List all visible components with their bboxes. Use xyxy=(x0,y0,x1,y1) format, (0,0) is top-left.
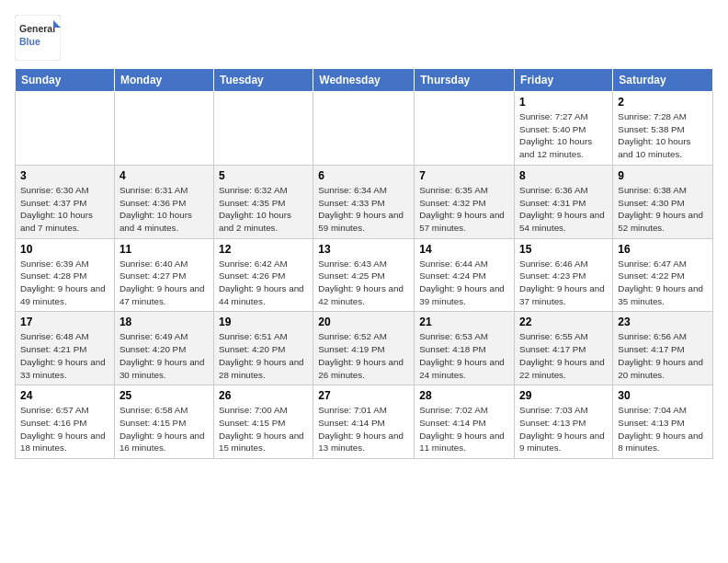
day-info: Sunrise: 7:03 AM Sunset: 4:13 PM Dayligh… xyxy=(519,404,608,454)
day-cell: 13Sunrise: 6:43 AM Sunset: 4:25 PM Dayli… xyxy=(313,238,415,312)
logo-svg: General Blue xyxy=(15,15,61,61)
day-cell: 26Sunrise: 7:00 AM Sunset: 4:15 PM Dayli… xyxy=(213,385,313,459)
day-number: 26 xyxy=(219,389,308,402)
day-cell: 30Sunrise: 7:04 AM Sunset: 4:13 PM Dayli… xyxy=(613,385,713,459)
day-cell xyxy=(16,92,115,166)
day-info: Sunrise: 7:02 AM Sunset: 4:14 PM Dayligh… xyxy=(419,404,509,454)
day-info: Sunrise: 6:31 AM Sunset: 4:36 PM Dayligh… xyxy=(119,184,209,235)
day-info: Sunrise: 6:36 AM Sunset: 4:31 PM Dayligh… xyxy=(519,184,608,235)
day-cell: 6Sunrise: 6:34 AM Sunset: 4:33 PM Daylig… xyxy=(313,165,415,238)
header-cell-friday: Friday xyxy=(515,69,613,92)
header-row: SundayMondayTuesdayWednesdayThursdayFrid… xyxy=(16,69,713,92)
day-info: Sunrise: 6:30 AM Sunset: 4:37 PM Dayligh… xyxy=(20,184,109,235)
day-number: 2 xyxy=(618,96,708,109)
day-number: 15 xyxy=(519,243,608,256)
week-row-5: 24Sunrise: 6:57 AM Sunset: 4:16 PM Dayli… xyxy=(16,385,713,459)
calendar-table: SundayMondayTuesdayWednesdayThursdayFrid… xyxy=(15,68,713,459)
day-number: 25 xyxy=(119,389,209,402)
day-cell: 17Sunrise: 6:48 AM Sunset: 4:21 PM Dayli… xyxy=(16,312,115,385)
header-cell-sunday: Sunday xyxy=(16,69,115,92)
day-info: Sunrise: 6:53 AM Sunset: 4:18 PM Dayligh… xyxy=(419,330,509,381)
day-number: 4 xyxy=(119,169,209,182)
header-cell-thursday: Thursday xyxy=(415,69,515,92)
header-cell-tuesday: Tuesday xyxy=(213,69,313,92)
day-cell: 28Sunrise: 7:02 AM Sunset: 4:14 PM Dayli… xyxy=(415,385,515,459)
week-row-3: 10Sunrise: 6:39 AM Sunset: 4:28 PM Dayli… xyxy=(16,238,713,312)
day-info: Sunrise: 7:04 AM Sunset: 4:13 PM Dayligh… xyxy=(618,404,708,454)
day-cell: 15Sunrise: 6:46 AM Sunset: 4:23 PM Dayli… xyxy=(515,238,613,312)
day-number: 3 xyxy=(20,169,109,182)
day-cell: 10Sunrise: 6:39 AM Sunset: 4:28 PM Dayli… xyxy=(16,238,115,312)
day-info: Sunrise: 6:34 AM Sunset: 4:33 PM Dayligh… xyxy=(318,184,409,235)
day-info: Sunrise: 6:58 AM Sunset: 4:15 PM Dayligh… xyxy=(119,404,209,454)
day-number: 22 xyxy=(519,316,608,328)
day-cell: 7Sunrise: 6:35 AM Sunset: 4:32 PM Daylig… xyxy=(415,165,515,238)
day-number: 23 xyxy=(618,316,708,328)
day-number: 6 xyxy=(318,169,409,182)
day-number: 14 xyxy=(419,243,509,256)
day-info: Sunrise: 7:27 AM Sunset: 5:40 PM Dayligh… xyxy=(519,110,608,161)
day-number: 17 xyxy=(20,316,109,328)
day-cell xyxy=(213,92,313,166)
day-number: 30 xyxy=(618,389,708,402)
day-cell xyxy=(114,92,213,166)
day-number: 28 xyxy=(419,389,509,402)
day-number: 29 xyxy=(519,389,608,402)
day-cell: 12Sunrise: 6:42 AM Sunset: 4:26 PM Dayli… xyxy=(213,238,313,312)
day-number: 21 xyxy=(419,316,509,328)
page: General Blue SundayMondayTuesdayWednesda… xyxy=(0,0,728,474)
day-number: 9 xyxy=(618,169,708,182)
day-cell: 9Sunrise: 6:38 AM Sunset: 4:30 PM Daylig… xyxy=(613,165,713,238)
svg-text:Blue: Blue xyxy=(19,36,40,47)
day-number: 10 xyxy=(20,243,109,256)
svg-text:General: General xyxy=(19,23,55,34)
day-info: Sunrise: 6:39 AM Sunset: 4:28 PM Dayligh… xyxy=(20,258,109,308)
day-info: Sunrise: 6:52 AM Sunset: 4:19 PM Dayligh… xyxy=(318,330,409,381)
day-number: 5 xyxy=(219,169,308,182)
day-number: 20 xyxy=(318,316,409,328)
day-cell: 29Sunrise: 7:03 AM Sunset: 4:13 PM Dayli… xyxy=(515,385,613,459)
day-info: Sunrise: 6:49 AM Sunset: 4:20 PM Dayligh… xyxy=(119,330,209,381)
day-cell: 8Sunrise: 6:36 AM Sunset: 4:31 PM Daylig… xyxy=(515,165,613,238)
day-cell: 5Sunrise: 6:32 AM Sunset: 4:35 PM Daylig… xyxy=(213,165,313,238)
week-row-4: 17Sunrise: 6:48 AM Sunset: 4:21 PM Dayli… xyxy=(16,312,713,385)
header-cell-wednesday: Wednesday xyxy=(313,69,415,92)
day-info: Sunrise: 6:32 AM Sunset: 4:35 PM Dayligh… xyxy=(219,184,308,235)
day-number: 19 xyxy=(219,316,308,328)
day-number: 12 xyxy=(219,243,308,256)
day-cell: 2Sunrise: 7:28 AM Sunset: 5:38 PM Daylig… xyxy=(613,92,713,166)
week-row-2: 3Sunrise: 6:30 AM Sunset: 4:37 PM Daylig… xyxy=(16,165,713,238)
day-cell xyxy=(415,92,515,166)
day-cell: 11Sunrise: 6:40 AM Sunset: 4:27 PM Dayli… xyxy=(114,238,213,312)
header-cell-monday: Monday xyxy=(114,69,213,92)
day-number: 8 xyxy=(519,169,608,182)
day-cell: 19Sunrise: 6:51 AM Sunset: 4:20 PM Dayli… xyxy=(213,312,313,385)
day-info: Sunrise: 6:48 AM Sunset: 4:21 PM Dayligh… xyxy=(20,330,109,381)
logo: General Blue xyxy=(15,15,61,61)
day-info: Sunrise: 6:51 AM Sunset: 4:20 PM Dayligh… xyxy=(219,330,308,381)
header: General Blue xyxy=(15,15,713,61)
day-cell: 23Sunrise: 6:56 AM Sunset: 4:17 PM Dayli… xyxy=(613,312,713,385)
day-info: Sunrise: 6:43 AM Sunset: 4:25 PM Dayligh… xyxy=(318,258,409,308)
day-info: Sunrise: 7:28 AM Sunset: 5:38 PM Dayligh… xyxy=(618,110,708,161)
day-cell: 1Sunrise: 7:27 AM Sunset: 5:40 PM Daylig… xyxy=(515,92,613,166)
week-row-1: 1Sunrise: 7:27 AM Sunset: 5:40 PM Daylig… xyxy=(16,92,713,166)
day-info: Sunrise: 6:46 AM Sunset: 4:23 PM Dayligh… xyxy=(519,258,608,308)
day-info: Sunrise: 6:44 AM Sunset: 4:24 PM Dayligh… xyxy=(419,258,509,308)
day-info: Sunrise: 6:40 AM Sunset: 4:27 PM Dayligh… xyxy=(119,258,209,308)
day-number: 1 xyxy=(519,96,608,109)
day-info: Sunrise: 6:55 AM Sunset: 4:17 PM Dayligh… xyxy=(519,330,608,381)
day-number: 27 xyxy=(318,389,409,402)
day-cell xyxy=(313,92,415,166)
day-info: Sunrise: 7:00 AM Sunset: 4:15 PM Dayligh… xyxy=(219,404,308,454)
day-info: Sunrise: 6:42 AM Sunset: 4:26 PM Dayligh… xyxy=(219,258,308,308)
day-cell: 4Sunrise: 6:31 AM Sunset: 4:36 PM Daylig… xyxy=(114,165,213,238)
day-info: Sunrise: 6:35 AM Sunset: 4:32 PM Dayligh… xyxy=(419,184,509,235)
day-cell: 18Sunrise: 6:49 AM Sunset: 4:20 PM Dayli… xyxy=(114,312,213,385)
day-number: 11 xyxy=(119,243,209,256)
day-cell: 27Sunrise: 7:01 AM Sunset: 4:14 PM Dayli… xyxy=(313,385,415,459)
day-cell: 22Sunrise: 6:55 AM Sunset: 4:17 PM Dayli… xyxy=(515,312,613,385)
day-info: Sunrise: 6:56 AM Sunset: 4:17 PM Dayligh… xyxy=(618,330,708,381)
day-cell: 14Sunrise: 6:44 AM Sunset: 4:24 PM Dayli… xyxy=(415,238,515,312)
day-number: 18 xyxy=(119,316,209,328)
